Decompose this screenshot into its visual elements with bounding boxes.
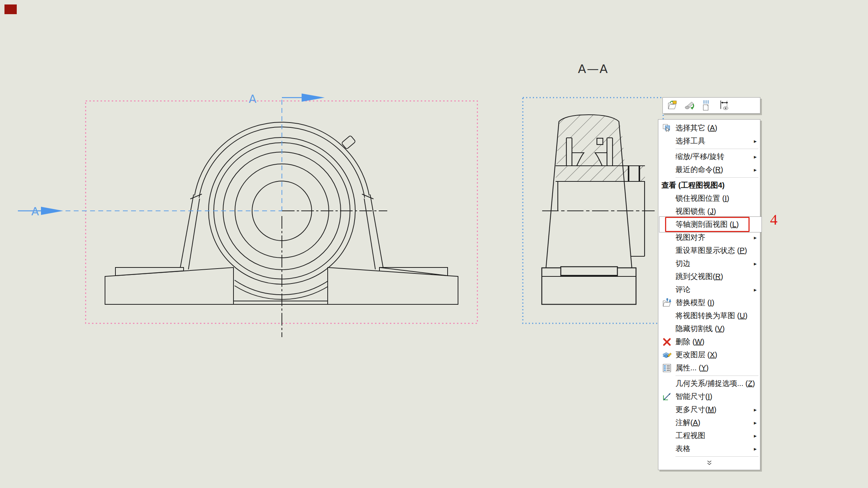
menu-item-icon-spacer [658,431,675,441]
smart-dimension-icon [658,392,675,402]
menu-item-label: 查看 (工程图视图4) [661,180,725,190]
menu-item-label: 更改图层 (X) [675,350,717,360]
menu-item-label: 隐藏切割线 (V) [675,324,725,334]
change-layer-icon [658,350,675,360]
submenu-arrow-icon: ▸ [754,446,757,452]
menu-item-15[interactable]: 替换模型 (I) [658,296,760,309]
step-annotation-number: 4 [770,211,778,228]
menu-item-label: 智能尺寸(I) [675,392,712,402]
menu-item-icon-spacer [658,418,675,428]
section-letter-left: A [31,205,39,218]
menu-item-label: 表格 [675,444,690,454]
menu-item-label: 选择工具 [675,136,705,146]
open-part-icon[interactable] [667,99,678,111]
menu-item-label: 几何关系/捕捉选项... (Z) [675,378,755,389]
section-cut-line [18,98,302,211]
menu-item-18[interactable]: 删除 (W) [658,335,760,348]
menu-item-icon-spacer [658,259,675,269]
menu-item-7[interactable]: 锁住视图位置 (I) [658,192,760,205]
menu-item-26[interactable]: 工程视图▸ [658,429,760,442]
menu-item-icon-spacer [658,272,675,282]
menu-item-24[interactable]: 更多尺寸(M)▸ [658,403,760,416]
menu-item-1[interactable]: 选择工具▸ [658,134,760,148]
submenu-arrow-icon: ▸ [754,234,757,241]
menu-item-label: 评论 [675,285,690,295]
menu-item-label: 最近的命令(R) [675,165,723,175]
menu-item-label: 视图对齐 [675,232,705,243]
menu-item-3[interactable]: 缩放/平移/旋转▸ [658,150,760,163]
menu-item-label: 属性... (Y) [675,363,709,373]
menu-item-label: 更多尺寸(M) [675,405,716,415]
menu-item-27[interactable]: 表格▸ [658,442,760,455]
menu-separator [658,455,760,458]
menu-item-label: 删除 (W) [675,337,705,347]
rotate-view-icon[interactable] [684,99,696,111]
submenu-arrow-icon: ▸ [754,286,757,293]
delete-icon [658,337,675,347]
viewport-column-icon[interactable] [701,99,713,111]
section-arrow-top-icon [302,94,325,102]
menu-item-20[interactable]: 属性... (Y) [658,361,760,374]
corner-red-marker [4,4,17,14]
menu-item-22[interactable]: 几何关系/捕捉选项... (Z) [658,377,760,390]
menu-item-label: 跳到父视图(R) [675,272,723,282]
menu-item-23[interactable]: 智能尺寸(I) [658,390,760,403]
menu-item-12[interactable]: 切边▸ [658,257,760,270]
menu-item-label: 缩放/平移/旋转 [675,152,724,162]
menu-item-11[interactable]: 重设草图显示状态 (P) [658,244,760,257]
drawing-workspace: A A A—A 选择其它 (A)选择工具▸缩放/ [0,0,868,488]
menu-item-label: 注解(A) [675,418,700,428]
annotation-highlight-box [665,217,750,232]
menu-item-icon-spacer [658,444,675,454]
menu-separator [658,148,760,150]
menu-item-8[interactable]: 视图锁焦 (J) [658,205,760,218]
submenu-arrow-icon: ▸ [754,260,757,267]
menu-expand-chevron-icon[interactable] [658,458,760,468]
menu-item-icon-spacer [658,206,675,217]
menu-item-icon-spacer [658,245,675,256]
submenu-arrow-icon: ▸ [754,419,757,426]
menu-item-icon-spacer [658,405,675,415]
menu-item-label: 选择其它 (A) [675,123,717,133]
submenu-arrow-icon: ▸ [754,138,757,145]
menu-item-icon-spacer [658,311,675,321]
menu-item-19[interactable]: 更改图层 (X) [658,348,760,361]
menu-separator [658,374,760,377]
menu-item-0[interactable]: 选择其它 (A) [658,121,760,134]
menu-item-label: 替换模型 (I) [675,298,714,308]
menu-item-label: 将视图转换为草图 (U) [675,311,747,321]
menu-item-14[interactable]: 评论▸ [658,283,760,296]
menu-item-icon-spacer [658,165,675,175]
replace-model-icon [658,298,675,308]
section-letter-top: A [249,92,257,105]
properties-icon [658,363,675,373]
menu-item-16[interactable]: 将视图转换为草图 (U) [658,309,760,322]
submenu-arrow-icon: ▸ [754,406,757,413]
context-menu-header: 查看 (工程图视图4) [658,179,760,192]
menu-item-17[interactable]: 隐藏切割线 (V) [658,322,760,335]
context-menu[interactable]: 选择其它 (A)选择工具▸缩放/平移/旋转▸最近的命令(R)▸查看 (工程图视图… [658,119,760,470]
section-arrow-left-icon [41,207,63,215]
menu-item-icon-spacer [658,152,675,162]
menu-item-label: 切边 [675,259,690,269]
menu-item-label: 视图锁焦 (J) [675,206,716,216]
menu-item-icon-spacer [658,232,675,243]
section-drawing-view[interactable] [523,98,663,323]
menu-item-label: 工程视图 [675,431,705,441]
context-toolbar[interactable] [662,97,760,114]
submenu-arrow-icon: ▸ [754,432,757,439]
menu-item-9[interactable]: 等轴测剖面视图 (L) [658,218,760,231]
menu-item-icon-spacer [658,193,675,204]
align-visibility-icon[interactable] [718,99,730,111]
menu-item-icon-spacer [658,285,675,295]
menu-item-4[interactable]: 最近的命令(R)▸ [658,163,760,176]
menu-item-label: 锁住视图位置 (I) [675,193,729,203]
menu-item-13[interactable]: 跳到父视图(R) [658,270,760,283]
submenu-arrow-icon: ▸ [754,167,757,173]
menu-item-icon-spacer [658,324,675,334]
menu-item-10[interactable]: 视图对齐▸ [658,231,760,244]
menu-separator [658,176,760,179]
menu-item-icon-spacer [658,378,675,389]
menu-item-label: 重设草图显示状态 (P) [675,245,747,256]
menu-item-25[interactable]: 注解(A)▸ [658,416,760,429]
